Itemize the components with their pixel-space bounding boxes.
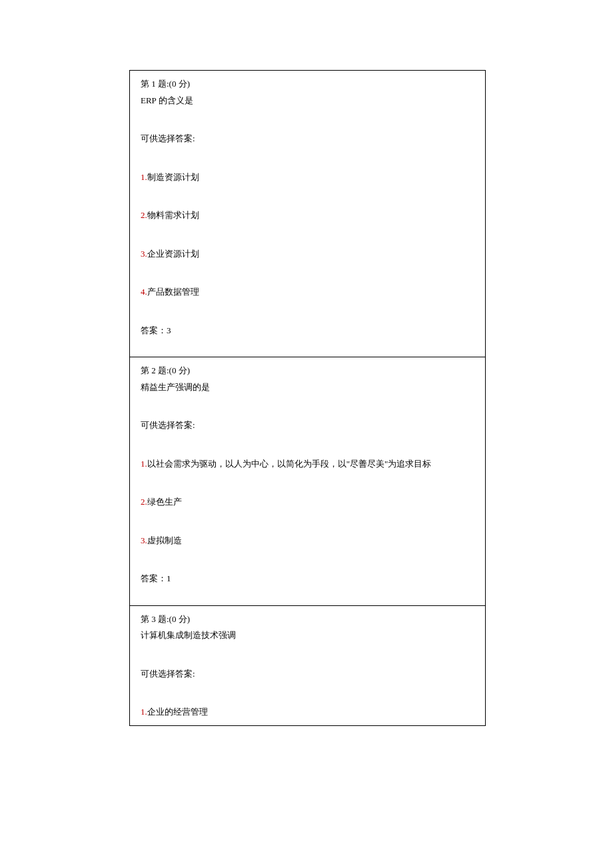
header-prefix: 第 bbox=[141, 365, 151, 375]
header-prefix: 第 bbox=[141, 614, 151, 624]
option-number: 1. bbox=[141, 172, 147, 182]
answer-label: 答案： bbox=[141, 573, 167, 583]
option-number: 1. bbox=[141, 707, 147, 717]
question-header: 第 3 题:(0 分) bbox=[141, 613, 474, 626]
option-1: 1.企业的经营管理 bbox=[141, 705, 474, 719]
answer-value: 3 bbox=[167, 325, 171, 335]
option-text: 制造资源计划 bbox=[147, 172, 199, 182]
question-text: 计算机集成制造技术强调 bbox=[141, 629, 474, 642]
question-text: 精益生产强调的是 bbox=[141, 381, 474, 394]
option-number: 3. bbox=[141, 249, 147, 259]
option-text: 以社会需求为驱动，以人为中心，以简化为手段，以"尽善尽美"为追求目标 bbox=[147, 459, 432, 469]
question-cell-1: 第 1 题:(0 分) ERP 的含义是 可供选择答案: 1.制造资源计划 2.… bbox=[130, 71, 485, 357]
option-text: 产品数据管理 bbox=[147, 287, 199, 297]
header-suffix: 题:(0 分) bbox=[156, 365, 190, 375]
question-header: 第 1 题:(0 分) bbox=[141, 77, 474, 91]
option-2: 2.物料需求计划 bbox=[141, 209, 474, 222]
option-text: 企业资源计划 bbox=[147, 249, 199, 259]
option-4: 4.产品数据管理 bbox=[141, 285, 474, 299]
question-cell-2: 第 2 题:(0 分) 精益生产强调的是 可供选择答案: 1.以社会需求为驱动，… bbox=[130, 357, 485, 606]
answer-line: 答案：1 bbox=[141, 572, 474, 585]
option-number: 1. bbox=[141, 459, 147, 469]
available-answers-label: 可供选择答案: bbox=[141, 667, 474, 681]
option-number: 3. bbox=[141, 535, 147, 545]
option-text: 物料需求计划 bbox=[147, 210, 199, 220]
available-answers-label: 可供选择答案: bbox=[141, 132, 474, 145]
header-suffix: 题:(0 分) bbox=[156, 79, 190, 89]
questions-table: 第 1 题:(0 分) ERP 的含义是 可供选择答案: 1.制造资源计划 2.… bbox=[129, 70, 486, 726]
option-text: 企业的经营管理 bbox=[147, 707, 208, 717]
answer-label: 答案： bbox=[141, 325, 167, 335]
answer-line: 答案：3 bbox=[141, 324, 474, 337]
option-text: 虚拟制造 bbox=[147, 535, 182, 545]
header-suffix: 题:(0 分) bbox=[156, 614, 190, 624]
option-number: 2. bbox=[141, 210, 147, 220]
question-cell-3: 第 3 题:(0 分) 计算机集成制造技术强调 可供选择答案: 1.企业的经营管… bbox=[130, 606, 485, 725]
header-prefix: 第 bbox=[141, 79, 151, 89]
option-3: 3.企业资源计划 bbox=[141, 247, 474, 261]
option-3: 3.虚拟制造 bbox=[141, 534, 474, 547]
option-1: 1.制造资源计划 bbox=[141, 171, 474, 184]
available-answers-label: 可供选择答案: bbox=[141, 419, 474, 432]
option-number: 2. bbox=[141, 497, 147, 507]
option-2: 2.绿色生产 bbox=[141, 495, 474, 509]
option-text: 绿色生产 bbox=[147, 497, 182, 507]
question-text: ERP 的含义是 bbox=[141, 94, 474, 107]
question-header: 第 2 题:(0 分) bbox=[141, 364, 474, 377]
option-number: 4. bbox=[141, 287, 147, 297]
answer-value: 1 bbox=[167, 573, 171, 583]
option-1: 1.以社会需求为驱动，以人为中心，以简化为手段，以"尽善尽美"为追求目标 bbox=[141, 457, 474, 471]
